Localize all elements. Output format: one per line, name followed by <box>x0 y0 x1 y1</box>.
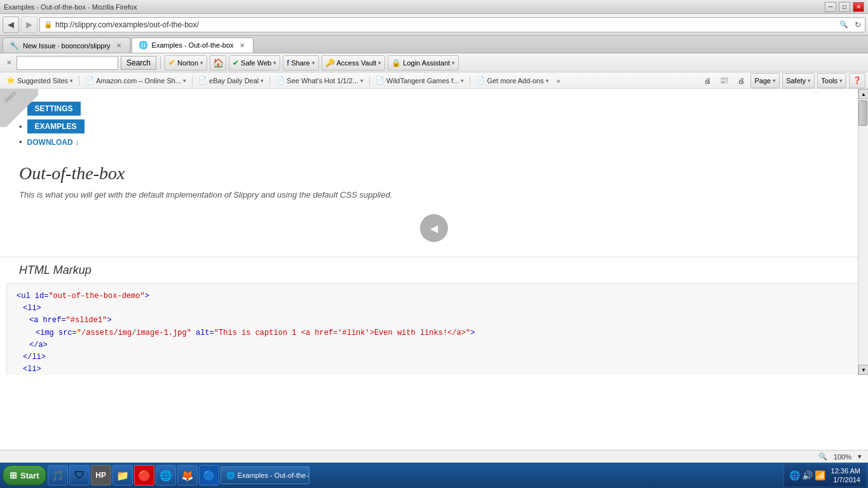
window-controls: ─ □ ✕ <box>825 2 864 12</box>
ie-tools-label: Tools <box>821 77 837 85</box>
ie-safety-button[interactable]: Safety ▾ <box>782 73 815 88</box>
tab-github-label: New Issue · booncon/slippry <box>23 42 111 50</box>
tab-examples-close[interactable]: ✕ <box>238 41 247 50</box>
code-line-3: <a href="#slide1"> <box>17 315 851 327</box>
fav-ebay-dropdown: ▾ <box>261 78 264 84</box>
fav-wildtangent-label: WildTangent Games f... <box>386 77 459 85</box>
navigation-bar: ◀ ▶ 🔒 http://slippry.com/examples/out-of… <box>0 14 868 36</box>
fav-suggested-dropdown: ▾ <box>70 78 73 84</box>
ie-icon-btn-3[interactable]: 🖨 <box>735 76 748 86</box>
fav-wildtangent-dropdown: ▾ <box>461 78 464 84</box>
ie-page-button[interactable]: Page ▾ <box>750 73 780 88</box>
code-line-2: <li> <box>17 302 851 315</box>
window-title: Examples - Out-of-the-box - Mozilla Fire… <box>4 3 137 11</box>
tab-examples[interactable]: 🌐 Examples - Out-of-the-box ✕ <box>132 37 254 53</box>
home-button[interactable]: 🏠 <box>210 55 226 71</box>
scroll-down-button[interactable]: ▼ <box>858 365 868 375</box>
scroll-thumb[interactable] <box>858 100 867 126</box>
search-button[interactable]: Search <box>121 56 156 70</box>
tab-github[interactable]: 🔧 New Issue · booncon/slippry ✕ <box>3 37 130 53</box>
norton-dropdown-icon: ▾ <box>200 60 203 66</box>
refresh-button[interactable]: ↻ <box>855 20 861 29</box>
address-lock-icon: 🔒 <box>44 20 53 29</box>
address-bar[interactable]: 🔒 http://slippry.com/examples/out-of-the… <box>39 17 865 32</box>
download-arrow-icon: ↓ <box>75 138 79 147</box>
tab-examples-icon: 🌐 <box>139 41 148 50</box>
safeweb-icon: ✔ <box>233 58 239 67</box>
forward-button[interactable]: ▶ <box>21 17 37 33</box>
norton-checkmark-icon: ✔ <box>168 58 175 67</box>
fav-whats-hot-label: See What's Hot 1/1/2... <box>287 77 358 85</box>
page-content: slippry SETTINGS EXAMPLES DOWNLOAD ↓ Out… <box>0 89 868 375</box>
fav-ebay[interactable]: 📄 eBay Daily Deal ▾ <box>194 74 268 87</box>
toolbar: ✕ Search ✔ Norton ▾ 🏠 ✔ Safe Web ▾ f Sha… <box>0 53 868 72</box>
fav-ebay-label: eBay Daily Deal <box>209 77 259 85</box>
slider-prev-button[interactable]: ◀ <box>420 214 448 242</box>
fav-amazon-dropdown: ▾ <box>183 78 186 84</box>
safeweb-toolbar-item[interactable]: ✔ Safe Web ▾ <box>229 55 280 71</box>
page-description: This is what you will get with the defau… <box>0 190 868 212</box>
scrollbar[interactable]: ▲ ▼ <box>858 89 868 375</box>
login-assistant-label: Login Assistant <box>403 59 450 67</box>
access-vault-icon: 🔑 <box>325 58 335 67</box>
back-button[interactable]: ◀ <box>3 17 19 33</box>
maximize-button[interactable]: □ <box>839 2 850 12</box>
fav-whats-hot[interactable]: 📄 See What's Hot 1/1/2... ▾ <box>272 74 367 87</box>
download-nav-link[interactable]: DOWNLOAD ↓ <box>27 138 79 147</box>
access-vault-dropdown-icon: ▾ <box>378 60 381 66</box>
ie-help-button[interactable]: ❓ <box>849 73 865 88</box>
code-line-6: </li> <box>17 351 851 363</box>
address-text: http://slippry.com/examples/out-of-the-b… <box>55 20 834 29</box>
search-input[interactable] <box>17 56 118 70</box>
safeweb-label: Safe Web <box>241 59 271 67</box>
ie-icon-btn-1[interactable]: 🖨 <box>701 76 714 86</box>
slippry-watermark: slippry <box>0 89 38 127</box>
fav-more-addons-dropdown: ▾ <box>546 78 549 84</box>
page-title: Out-of-the-box <box>0 157 868 190</box>
scroll-up-button[interactable]: ▲ <box>858 89 868 99</box>
fav-wildtangent[interactable]: 📄 WildTangent Games f... ▾ <box>372 74 468 87</box>
fav-more-addons-icon: 📄 <box>476 76 485 85</box>
fav-more-addons-label: Get more Add-ons <box>487 77 543 85</box>
fav-sep-1 <box>79 76 79 86</box>
norton-toolbar-item[interactable]: ✔ Norton ▾ <box>165 55 207 71</box>
login-assistant-dropdown-icon: ▾ <box>452 60 455 66</box>
safeweb-dropdown-icon: ▾ <box>273 60 276 66</box>
code-line-5: </a> <box>17 339 851 351</box>
tabs-bar: 🔧 New Issue · booncon/slippry ✕ 🌐 Exampl… <box>0 36 868 53</box>
fav-more-addons[interactable]: 📄 Get more Add-ons ▾ <box>472 74 552 87</box>
fav-suggested-sites[interactable]: ⭐ Suggested Sites ▾ <box>3 74 77 87</box>
title-bar: Examples - Out-of-the-box - Mozilla Fire… <box>0 0 868 14</box>
close-button[interactable]: ✕ <box>853 2 864 12</box>
tab-examples-label: Examples - Out-of-the-box <box>152 41 234 49</box>
fav-amazon[interactable]: 📄 Amazon.com – Online Sh... ▾ <box>81 74 190 87</box>
code-section: HTML Markup <ul id="out-of-the-box-demo"… <box>0 257 868 375</box>
share-fb-icon: f <box>287 58 289 67</box>
ie-tools-button[interactable]: Tools ▾ <box>817 73 846 88</box>
norton-label: Norton <box>177 59 198 67</box>
access-vault-toolbar-item[interactable]: 🔑 Access Vault ▾ <box>322 55 386 71</box>
slider-prev-icon: ◀ <box>430 222 438 234</box>
fav-sep-3 <box>269 76 270 86</box>
fav-amazon-label: Amazon.com – Online Sh... <box>96 77 181 85</box>
toolbar-close-button[interactable]: ✕ <box>4 58 14 68</box>
fav-more-button[interactable]: » <box>554 76 563 86</box>
fav-sep-5 <box>470 76 470 86</box>
share-toolbar-item[interactable]: f Share ▾ <box>283 55 318 71</box>
code-line-7: <li> <box>17 363 851 375</box>
code-title: HTML Markup <box>0 257 868 283</box>
fav-ebay-icon: 📄 <box>198 76 207 85</box>
slippry-watermark-triangle <box>0 89 38 127</box>
fav-wildtangent-icon: 📄 <box>376 76 384 85</box>
login-assistant-toolbar-item[interactable]: 🔒 Login Assistant ▾ <box>388 55 459 71</box>
favorites-bar: ⭐ Suggested Sites ▾ 📄 Amazon.com – Onlin… <box>0 72 868 89</box>
access-vault-label: Access Vault <box>337 59 377 67</box>
tab-github-close[interactable]: ✕ <box>114 41 123 50</box>
tab-github-icon: 🔧 <box>10 41 19 50</box>
fav-suggested-icon: ⭐ <box>6 76 15 85</box>
ie-page-label: Page <box>754 77 771 85</box>
minimize-button[interactable]: ─ <box>825 2 836 12</box>
share-label: Share <box>291 59 309 67</box>
address-search-icon[interactable]: 🔍 <box>837 18 851 31</box>
ie-icon-btn-2[interactable]: 📰 <box>717 75 732 86</box>
